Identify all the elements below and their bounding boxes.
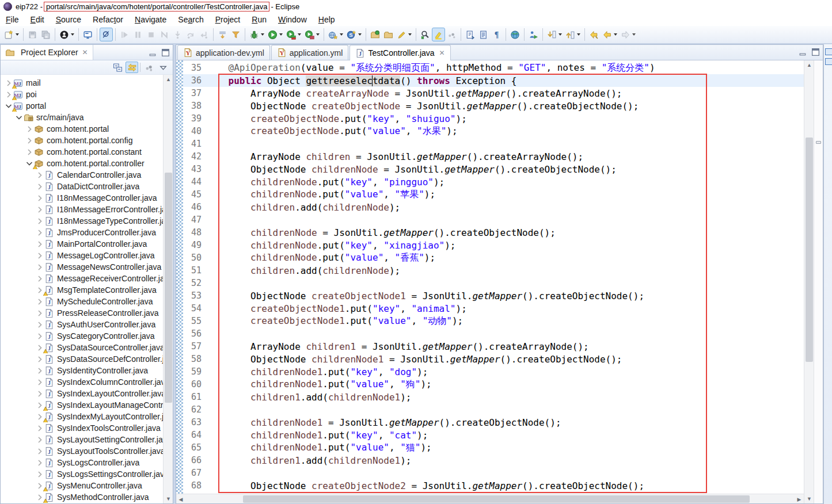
dropdown-arrow-icon[interactable] xyxy=(316,33,320,36)
tree-item-mainportalcontroller-java[interactable]: JMainPortalController.java xyxy=(1,238,173,250)
forward-button[interactable] xyxy=(619,28,637,41)
tree-item-syscategorycontroller-java[interactable]: JSysCategoryController.java xyxy=(1,330,173,342)
scroll-down-icon[interactable]: ▼ xyxy=(804,494,814,503)
close-view-icon[interactable]: ✕ xyxy=(82,48,88,56)
chevron-collapsed-icon[interactable] xyxy=(35,446,44,456)
menu-run[interactable]: Run xyxy=(246,14,272,25)
tree-item-i18nmessageerrorcontroller-java[interactable]: JI18nMessageErrorController.java xyxy=(1,204,173,215)
tree-item-jmsproducercontroller-java[interactable]: JJmsProducerController.java xyxy=(1,227,173,238)
dropdown-arrow-icon[interactable] xyxy=(577,33,580,36)
last-edit-button[interactable] xyxy=(587,28,601,41)
new-web-button[interactable] xyxy=(326,28,345,41)
hscroll-thumb[interactable] xyxy=(243,495,750,503)
tree-item-sysdatasourcedefcontroller-java[interactable]: JSysDataSourceDefController.java xyxy=(1,353,173,365)
line-number[interactable]: 43 xyxy=(183,164,206,174)
line-number[interactable]: 55 xyxy=(183,316,206,326)
coverage-button[interactable] xyxy=(284,28,303,41)
chevron-collapsed-icon[interactable] xyxy=(35,308,44,318)
spring-button[interactable]: S xyxy=(345,28,363,41)
editor-tab-application-yml[interactable]: Yapplication.yml xyxy=(271,45,349,60)
dropdown-arrow-icon[interactable] xyxy=(614,33,617,36)
overview-annotation-marker[interactable] xyxy=(816,141,821,144)
close-tab-icon[interactable]: ✕ xyxy=(439,49,445,57)
line-number[interactable]: 35 xyxy=(183,63,206,73)
tree-item-sysindexlayoutcontroller-java[interactable]: JSysIndexLayoutController.java xyxy=(1,388,173,399)
show-whitespace-button[interactable]: ¶ xyxy=(490,28,503,41)
chevron-collapsed-icon[interactable] xyxy=(35,435,44,445)
line-number[interactable]: 65 xyxy=(183,442,206,453)
tree-item-msgtemplatecontroller-java[interactable]: JMsgTemplateController.java xyxy=(1,284,173,296)
horizontal-scrollbar[interactable]: ◀ ▶ xyxy=(176,494,804,503)
code-editor[interactable]: 35 @ApiOperation(value = "系统分类明细页面", htt… xyxy=(176,60,804,503)
chevron-collapsed-icon[interactable] xyxy=(25,124,34,134)
line-number[interactable]: 63 xyxy=(183,417,206,427)
run-as-button[interactable] xyxy=(527,28,540,41)
menu-source[interactable]: Source xyxy=(50,14,87,25)
disconnect-button[interactable] xyxy=(158,28,171,41)
perspective-icon[interactable] xyxy=(825,48,832,55)
resume-button[interactable] xyxy=(118,28,131,41)
line-number[interactable]: 57 xyxy=(183,341,206,352)
chevron-collapsed-icon[interactable] xyxy=(25,136,34,146)
step-over-button[interactable] xyxy=(184,28,197,41)
line-number[interactable]: 44 xyxy=(183,177,206,187)
dropdown-arrow-icon[interactable] xyxy=(559,33,562,36)
line-number[interactable]: 64 xyxy=(183,430,206,440)
tree-item-syslayouttoolscontroller-java[interactable]: JSysLayoutToolsController.java xyxy=(1,445,173,457)
menu-window[interactable]: Window xyxy=(272,14,313,25)
marker-button[interactable] xyxy=(395,28,413,41)
tree-item-messagereceivercontroller-java[interactable]: JMessageReceiverController.java xyxy=(1,273,173,284)
chevron-collapsed-icon[interactable] xyxy=(35,239,44,249)
tree-item-calendarcontroller-java[interactable]: JCalendarController.java xyxy=(1,169,173,181)
maximize-view-button[interactable] xyxy=(160,48,170,57)
editor-tab-testcontroller-java[interactable]: JTestController.java✕ xyxy=(349,45,450,60)
open-resource-button[interactable] xyxy=(382,28,395,41)
tree-item-sysindexlayoutmanagecontroller-java[interactable]: JSysIndexLayoutManageController.java xyxy=(1,399,173,411)
chevron-collapsed-icon[interactable] xyxy=(35,377,44,387)
tree-item-i18nmessagetypecontroller-java[interactable]: JI18nMessageTypeController.java xyxy=(1,215,173,227)
menu-navigate[interactable]: Navigate xyxy=(129,14,172,25)
save-button[interactable] xyxy=(26,28,39,41)
tree-item-com-hotent-portal-config[interactable]: com.hotent.portal.config xyxy=(1,135,173,146)
chevron-collapsed-icon[interactable] xyxy=(35,193,44,203)
menu-refactor[interactable]: Refactor xyxy=(87,14,129,25)
tree-item-mail[interactable]: MJmail xyxy=(1,77,173,89)
dropdown-arrow-icon[interactable] xyxy=(632,33,636,36)
suspend-button[interactable] xyxy=(131,28,145,41)
chevron-collapsed-icon[interactable] xyxy=(35,205,44,215)
new-button[interactable] xyxy=(2,28,21,41)
debug-button[interactable] xyxy=(248,28,266,41)
tree-item-sysmodulecontroller-java[interactable]: JSysModuleController.java xyxy=(1,503,173,503)
chevron-collapsed-icon[interactable] xyxy=(35,170,44,180)
menu-help[interactable]: Help xyxy=(313,14,341,25)
tree-item-src-main-java[interactable]: src/main/java xyxy=(1,112,173,123)
menu-file[interactable]: File xyxy=(0,14,25,25)
step-return-button[interactable] xyxy=(197,28,211,41)
scroll-right-icon[interactable]: ▶ xyxy=(795,494,804,503)
run-button[interactable] xyxy=(266,28,284,41)
prev-edit-button[interactable] xyxy=(564,28,582,41)
line-number[interactable]: 51 xyxy=(183,265,206,276)
link-with-editor-button[interactable] xyxy=(126,62,138,73)
chevron-collapsed-icon[interactable] xyxy=(35,469,44,479)
search-button[interactable] xyxy=(419,28,432,41)
back-button[interactable] xyxy=(601,28,619,41)
tree-item-sysdatasourcecontroller-java[interactable]: JSysDataSourceController.java xyxy=(1,342,173,353)
use-step-filters-button[interactable] xyxy=(229,28,242,41)
dropdown-arrow-icon[interactable] xyxy=(71,33,74,36)
line-number[interactable]: 47 xyxy=(183,215,206,225)
chevron-collapsed-icon[interactable] xyxy=(35,251,44,261)
tree-item-poi[interactable]: MJpoi xyxy=(1,89,173,100)
chevron-collapsed-icon[interactable] xyxy=(25,147,34,157)
dropdown-arrow-icon[interactable] xyxy=(279,33,283,36)
line-number[interactable]: 48 xyxy=(183,227,206,238)
line-number[interactable]: 58 xyxy=(183,354,206,364)
tree-item-sysidentitycontroller-java[interactable]: JSysIdentityController.java xyxy=(1,365,173,376)
next-annotation-button[interactable] xyxy=(464,28,477,41)
tab-project-explorer[interactable]: Project Explorer ✕ xyxy=(1,45,93,60)
tree-scroll-thumb[interactable] xyxy=(165,173,172,403)
dropdown-arrow-icon[interactable] xyxy=(298,33,301,36)
prev-annotation-button[interactable] xyxy=(477,28,490,41)
line-number[interactable]: 36 xyxy=(183,75,206,86)
trim-button[interactable] xyxy=(445,28,458,41)
